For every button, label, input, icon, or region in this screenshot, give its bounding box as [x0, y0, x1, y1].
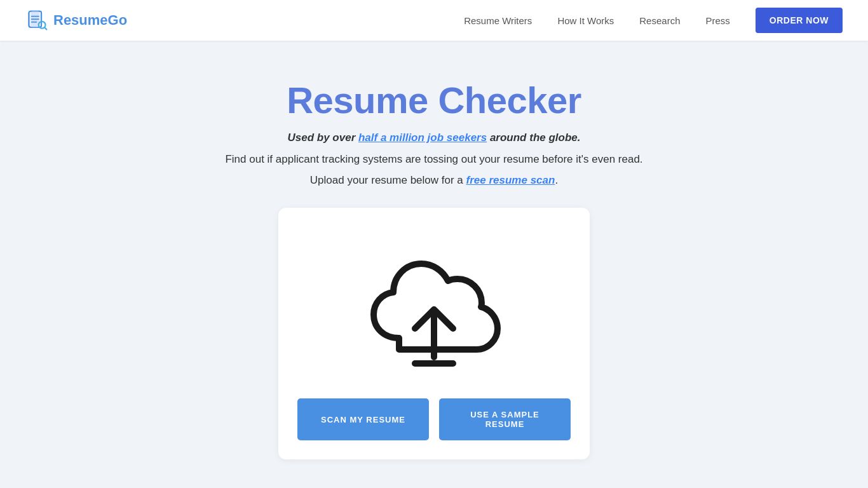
description-line2: Upload your resume below for a free resu… [310, 172, 558, 189]
scan-my-resume-button[interactable]: SCAN MY RESUME [297, 398, 429, 440]
action-buttons: SCAN MY RESUME USE A SAMPLE RESUME [297, 398, 571, 440]
logo-text: ResumeGo [53, 12, 127, 29]
svg-line-7 [44, 27, 46, 29]
page-title: Resume Checker [287, 79, 581, 121]
free-resume-scan-link[interactable]: free resume scan [466, 174, 555, 186]
nav-research[interactable]: Research [639, 15, 680, 26]
main-content: Resume Checker Used by over half a milli… [0, 41, 868, 485]
upload-container[interactable]: SCAN MY RESUME USE A SAMPLE RESUME [278, 208, 590, 459]
use-sample-resume-button[interactable]: USE A SAMPLE RESUME [439, 398, 571, 440]
upload-cloud-icon [364, 240, 504, 379]
upload-icon-area [297, 227, 571, 398]
subtitle-link[interactable]: half a million job seekers [358, 132, 487, 144]
logo-icon [25, 9, 48, 32]
main-nav: Resume Writers How It Works Research Pre… [464, 8, 843, 33]
description-line1: Find out if applicant tracking systems a… [225, 151, 642, 168]
header: ResumeGo Resume Writers How It Works Res… [0, 0, 868, 41]
nav-press[interactable]: Press [705, 15, 729, 26]
nav-resume-writers[interactable]: Resume Writers [464, 15, 532, 26]
order-now-button[interactable]: ORDER NOW [756, 8, 843, 33]
nav-how-it-works[interactable]: How It Works [557, 15, 614, 26]
logo[interactable]: ResumeGo [25, 9, 127, 32]
subtitle: Used by over half a million job seekers … [287, 132, 580, 144]
